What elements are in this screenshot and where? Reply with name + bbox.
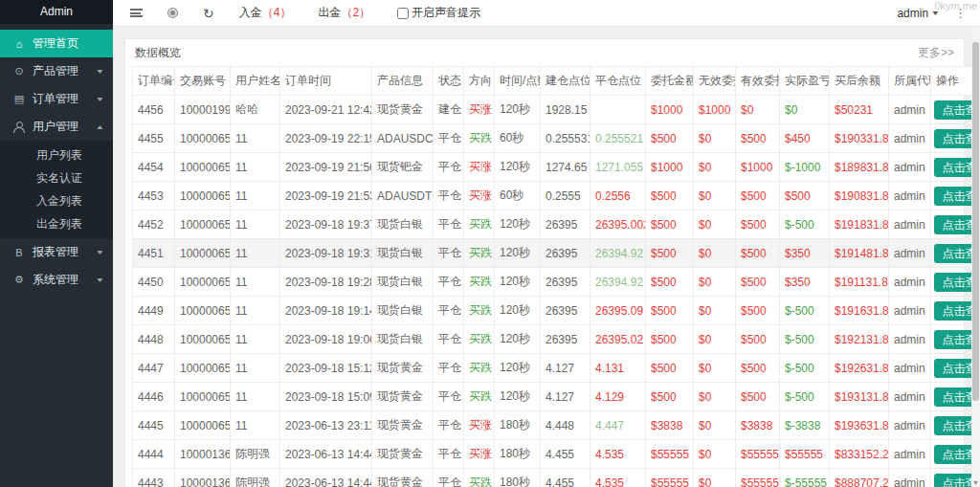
table-row: 445310000065112023-09-19 21:53:30ADAUSDT… (133, 182, 980, 210)
cell: $0 (694, 440, 736, 469)
cell: admin (889, 297, 931, 325)
cell: 10000065 (175, 239, 231, 268)
withdraw-count: （2） (341, 6, 370, 19)
cell: $-3838 (780, 411, 830, 440)
cell: 2023-09-19 22:15:32 (280, 124, 372, 153)
cell: 120秒 (495, 239, 541, 268)
cell: 买涨 (464, 182, 495, 210)
cell: 现货黄金 (372, 96, 434, 124)
sidebar-item-users[interactable]: 用户管理▲ (0, 113, 113, 141)
cell: 4456 (133, 96, 175, 124)
deposit-link[interactable]: 入金（4） (239, 5, 292, 21)
cell: 现货黄金 (372, 440, 434, 469)
sidebar-item-label: 报表管理 (33, 244, 78, 260)
cell: ADAUSDC (372, 124, 434, 153)
table-row: 444810000065112023-09-18 19:06:51现货白银平仓买… (133, 325, 980, 354)
cell: 120秒 (495, 268, 541, 297)
user-menu[interactable]: admin ▼ (897, 7, 939, 20)
sidebar-item-reports[interactable]: B报表管理▼ (0, 238, 113, 266)
cell: 2023-06-13 23:11:59 (280, 411, 372, 440)
withdraw-link[interactable]: 出金（2） (318, 5, 370, 21)
globe-icon[interactable] (167, 8, 178, 18)
cell: 买跌 (464, 239, 495, 268)
sidebar-menu: ⌂管理首页⊙产品管理▼▤订单管理▼用户管理▲用户列表实名认证入金列表出金列表B报… (0, 24, 113, 294)
cell: 现货白银 (372, 325, 434, 354)
sidebar-item-label: 用户管理 (33, 119, 78, 135)
cell: 120秒 (495, 354, 541, 383)
vertical-scrollbar[interactable]: ▼ (971, 27, 980, 487)
cell: 4.535 (590, 440, 646, 469)
cell: $500 (646, 297, 694, 325)
cell: 4452 (133, 210, 175, 239)
cell: $-500 (780, 354, 830, 383)
cell: 2023-09-19 21:53:30 (280, 182, 372, 210)
cell: admin (889, 268, 931, 297)
column-header: 时间/点数 (495, 67, 541, 96)
cell: 现货白银 (372, 210, 434, 239)
cell: 平仓 (434, 239, 464, 268)
cell: 10000136 (175, 469, 231, 487)
cell: $500 (646, 182, 694, 210)
cell: 26395 (541, 297, 590, 325)
chevron-up-icon: ▲ (96, 123, 105, 130)
settings-icon: ⚙ (12, 274, 26, 286)
sound-toggle[interactable]: 开启声音提示 (397, 5, 480, 21)
cell: $190331.8 (830, 124, 889, 153)
sound-checkbox[interactable] (397, 8, 409, 19)
cell: ADAUSDT (372, 182, 434, 210)
cell: $500 (646, 239, 694, 268)
cell: 4445 (133, 411, 175, 440)
cell: $1000 (646, 153, 694, 182)
cell: 1271.055 (590, 153, 646, 182)
sidebar-item-home[interactable]: ⌂管理首页 (0, 30, 113, 57)
menu-toggle-icon[interactable] (130, 9, 143, 17)
sidebar-item-system[interactable]: ⚙系统管理▼ (0, 266, 113, 294)
cell: 买跌 (464, 210, 495, 239)
sidebar-subitem-user-list[interactable]: 用户列表 (0, 144, 113, 166)
column-header: 无效委托 (694, 67, 736, 96)
data-overview-card: 数据概览 更多>> 订单编号交易账号用户姓名订单时间产品信息状态方向时间/点数建… (124, 38, 965, 487)
orders-table: 订单编号交易账号用户姓名订单时间产品信息状态方向时间/点数建仓点位平仓点位委托金… (132, 66, 980, 487)
table-row: 444610000065112023-09-18 15:09:14现货黄金平仓买… (133, 383, 980, 411)
cell: admin (889, 325, 931, 354)
cell: 11 (231, 182, 280, 210)
sidebar-subitem-withdraw-list[interactable]: 出金列表 (0, 212, 113, 235)
scrollbar-down-arrow[interactable]: ▼ (971, 479, 980, 486)
sidebar-subitem-realname-auth[interactable]: 实名认证 (0, 166, 113, 189)
cell: 平仓 (434, 182, 464, 210)
cell: 26394.92 (590, 239, 646, 268)
cell: 1928.15 (541, 96, 590, 124)
cell: 2023-09-18 19:37:24 (280, 210, 372, 239)
cell: 26395 (541, 239, 590, 268)
column-header: 交易账号 (175, 67, 231, 96)
cell: $500 (736, 325, 780, 354)
cell: 现货钯金 (372, 153, 434, 182)
cell: $0 (694, 124, 736, 153)
column-header: 建仓点位 (541, 67, 590, 96)
cell: $3838 (646, 411, 694, 440)
refresh-icon[interactable]: ↻ (203, 7, 214, 20)
column-header: 委托金额 (646, 67, 694, 96)
cell: $500 (646, 268, 694, 297)
cell: 2023-09-18 19:31:24 (280, 239, 372, 268)
cell: 0.255531 (541, 124, 590, 153)
cell: 26395.09 (590, 297, 646, 325)
cell: 10000065 (175, 383, 231, 411)
cell: 120秒 (495, 325, 541, 354)
more-link[interactable]: 更多>> (918, 45, 954, 61)
cell: $0 (694, 325, 736, 354)
table-row: 444710000065112023-09-18 15:12:57现货黄金平仓买… (133, 354, 980, 383)
cell: $500 (736, 210, 780, 239)
sidebar-subitem-deposit-list[interactable]: 入金列表 (0, 189, 113, 212)
cell: 平仓 (434, 383, 464, 411)
cell: 1274.65 (541, 153, 590, 182)
cell: $0 (694, 297, 736, 325)
sidebar-item-products[interactable]: ⊙产品管理▼ (0, 57, 113, 85)
cell: 4.535 (590, 469, 646, 487)
content-area: 数据概览 更多>> 订单编号交易账号用户姓名订单时间产品信息状态方向时间/点数建… (113, 27, 980, 487)
cell: 11 (231, 153, 280, 182)
scrollbar-thumb[interactable] (972, 42, 979, 401)
cell: 4444 (133, 440, 175, 469)
cell: 2023-09-18 19:28:41 (280, 268, 372, 297)
sidebar-item-orders[interactable]: ▤订单管理▼ (0, 85, 113, 113)
